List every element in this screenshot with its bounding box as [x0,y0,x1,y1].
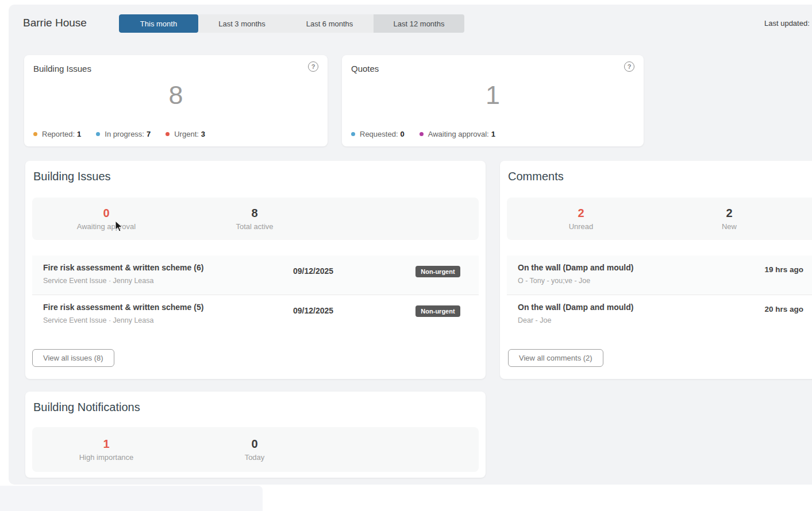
quotes-summary-card: Quotes ? 1 Requested: 0 Awaiting approva… [342,55,644,146]
legend-requested: Requested: 0 [351,130,405,138]
urgent-dot-icon [166,132,170,136]
quotes-total-count: 1 [342,80,644,110]
stat-label: Today [180,453,329,462]
section-title: Comments [508,170,564,183]
awaiting-approval-dot-icon [420,132,424,136]
legend-label: Reported: [42,130,75,138]
legend-label: Urgent: [174,130,199,138]
stat-today: 0 Today [180,438,329,462]
legend-label: In progress: [105,130,144,138]
comment-subtitle: O - Tony - you;ve - Joe [518,277,590,285]
tab-last-3-months[interactable]: Last 3 months [198,14,286,33]
legend-value: 0 [401,130,405,138]
comment-subtitle: Dear - Joe [518,316,551,324]
stat-new: 2 New [655,207,803,231]
stat-value: 0 [32,207,180,220]
next-section-panel [0,486,263,511]
legend-urgent: Urgent: 3 [166,130,205,138]
issue-subtitle: Service Event Issue · Jenny Leasa [43,277,153,285]
stat-unread: 2 Unread [507,207,655,231]
urgency-badge: Non-urgent [415,266,460,277]
building-issues-section: Building Issues 0 Awaiting approval 8 To… [25,161,486,379]
stat-value: 2 [507,207,655,220]
notifications-statbox: 1 High importance 0 Today [32,427,479,472]
issues-statbox: 0 Awaiting approval 8 Total active [32,198,479,240]
comments-list: On the wall (Damp and mould) O - Tony - … [507,256,812,334]
stat-label: High importance [32,453,180,462]
stat-label: Unread [507,222,655,231]
comment-time: 20 hrs ago [764,305,803,313]
stat-label: New [655,222,803,231]
legend-awaiting-approval: Awaiting approval: 1 [420,130,495,138]
section-title: Building Notifications [33,401,140,414]
stat-label: Awaiting approval [32,222,180,231]
issue-row[interactable]: Fire risk assessment & written scheme (5… [32,295,479,334]
comment-row[interactable]: On the wall (Damp and mould) O - Tony - … [507,256,812,295]
issue-row[interactable]: Fire risk assessment & written scheme (6… [32,256,479,295]
legend-label: Awaiting approval: [428,130,489,138]
reported-dot-icon [33,132,37,136]
in-progress-dot-icon [96,132,100,136]
building-notifications-section: Building Notifications 1 High importance… [25,392,486,478]
issues-legend: Reported: 1 In progress: 7 Urgent: 3 [33,130,205,138]
legend-value: 3 [201,130,205,138]
card-title: Building Issues [33,64,91,73]
page-title: Barrie House [23,17,87,29]
stat-value: 2 [655,207,803,220]
stat-awaiting-approval: 0 Awaiting approval [32,207,180,231]
card-title: Quotes [351,64,379,73]
view-all-issues-button[interactable]: View all issues (8) [32,349,114,367]
legend-label: Requested: [360,130,398,138]
legend-value: 1 [491,130,495,138]
comment-row[interactable]: On the wall (Damp and mould) Dear - Joe … [507,295,812,334]
help-icon[interactable]: ? [624,61,634,72]
requested-dot-icon [351,132,355,136]
issue-subtitle: Service Event Issue · Jenny Leasa [43,316,153,324]
help-icon[interactable]: ? [308,61,318,72]
stat-high-importance: 1 High importance [32,438,180,462]
tab-this-month[interactable]: This month [119,14,198,33]
tab-last-6-months[interactable]: Last 6 months [286,14,374,33]
building-issues-summary-card: Building Issues ? 8 Reported: 1 In progr… [24,55,328,146]
tab-last-12-months[interactable]: Last 12 months [374,14,464,33]
stat-value: 8 [180,207,329,220]
legend-reported: Reported: 1 [33,130,81,138]
date-range-tabs: This month Last 3 months Last 6 months L… [119,14,464,33]
legend-value: 7 [147,130,151,138]
issues-list: Fire risk assessment & written scheme (6… [32,256,479,334]
comment-title: On the wall (Damp and mould) [518,303,633,312]
stat-value: 1 [32,438,180,451]
comment-title: On the wall (Damp and mould) [518,263,633,272]
last-updated-label: Last updated: [764,19,810,28]
legend-in-progress: In progress: 7 [96,130,151,138]
comment-time: 19 hrs ago [764,265,803,274]
legend-value: 1 [77,130,81,138]
stat-total-active: 8 Total active [180,207,329,231]
stat-label: Total active [180,222,329,231]
quotes-legend: Requested: 0 Awaiting approval: 1 [351,130,495,138]
view-all-comments-button[interactable]: View all comments (2) [508,349,603,367]
issue-title: Fire risk assessment & written scheme (6… [43,263,203,272]
section-title: Building Issues [33,170,111,183]
urgency-badge: Non-urgent [415,305,460,317]
comments-statbox: 2 Unread 2 New [507,198,812,240]
issue-date: 09/12/2025 [279,266,348,276]
issue-title: Fire risk assessment & written scheme (5… [43,303,203,312]
comments-section: Comments 2 Unread 2 New On the wall (Dam… [500,161,812,379]
issue-date: 09/12/2025 [279,306,348,315]
issues-total-count: 8 [24,80,328,110]
stat-value: 0 [180,438,329,451]
